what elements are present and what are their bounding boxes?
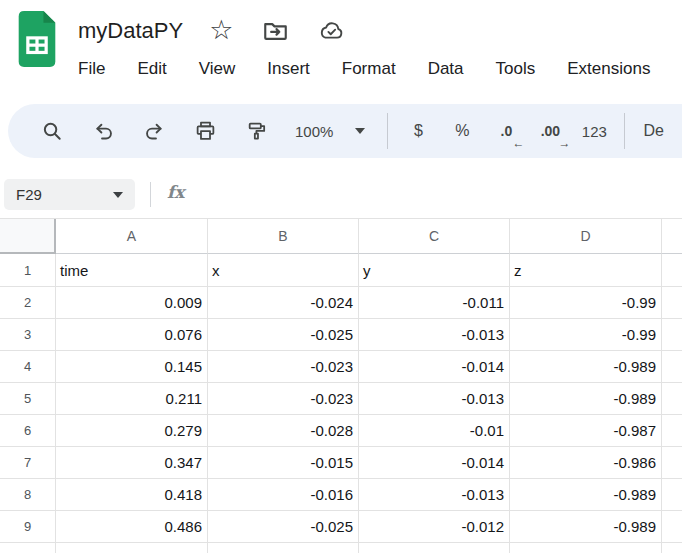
cell-A4[interactable]: 0.145 — [56, 351, 208, 383]
star-icon[interactable]: ☆ — [209, 17, 233, 44]
search-button[interactable] — [32, 111, 72, 151]
menu-tools[interactable]: Tools — [480, 54, 552, 84]
menu-extensions[interactable]: Extensions — [551, 54, 666, 84]
cell-D10[interactable]: -0.99 — [510, 543, 662, 553]
menu-view[interactable]: View — [183, 54, 252, 84]
toolbar: 100% $ % .0 ← .00 → 123 De — [8, 104, 682, 158]
row-header-10[interactable]: 10 — [0, 543, 56, 553]
cell-A5[interactable]: 0.211 — [56, 383, 208, 415]
document-title[interactable]: myDataPY — [78, 18, 183, 44]
row-header-9[interactable]: 9 — [0, 511, 56, 543]
row-header-4[interactable]: 4 — [0, 351, 56, 383]
menu-format[interactable]: Format — [326, 54, 412, 84]
cell-D7[interactable]: -0.986 — [510, 447, 662, 479]
row-header-7[interactable]: 7 — [0, 447, 56, 479]
row-header-3[interactable]: 3 — [0, 319, 56, 351]
cell-C10[interactable]: -0.012 — [359, 543, 510, 553]
cell-A3[interactable]: 0.076 — [56, 319, 208, 351]
name-box[interactable]: F29 — [4, 179, 135, 210]
cell-B8[interactable]: -0.016 — [208, 479, 359, 511]
paint-format-button[interactable] — [236, 111, 276, 151]
cell-D2[interactable]: -0.99 — [510, 287, 662, 319]
cell-C5[interactable]: -0.013 — [359, 383, 510, 415]
sheet-row-10: 100.552-0.02-0.012-0.99 — [0, 543, 682, 553]
cell-B10[interactable]: -0.02 — [208, 543, 359, 553]
cell-B9[interactable]: -0.025 — [208, 511, 359, 543]
row-header-5[interactable]: 5 — [0, 383, 56, 415]
cell-C7[interactable]: -0.014 — [359, 447, 510, 479]
menu-bar: FileEditViewInsertFormatDataToolsExtensi… — [62, 54, 666, 84]
cell-partial-2[interactable] — [662, 287, 682, 319]
cell-partial-1[interactable] — [662, 254, 682, 287]
move-to-folder-icon[interactable] — [263, 21, 288, 41]
cell-D9[interactable]: -0.989 — [510, 511, 662, 543]
row-header-1[interactable]: 1 — [0, 254, 56, 287]
cell-B4[interactable]: -0.023 — [208, 351, 359, 383]
cell-D5[interactable]: -0.989 — [510, 383, 662, 415]
cell-A2[interactable]: 0.009 — [56, 287, 208, 319]
increase-decimal-button[interactable]: .00 → — [528, 111, 572, 151]
menu-edit[interactable]: Edit — [121, 54, 182, 84]
cell-C2[interactable]: -0.011 — [359, 287, 510, 319]
format-percent-button[interactable]: % — [440, 111, 484, 151]
menu-file[interactable]: File — [62, 54, 121, 84]
cell-C1[interactable]: y — [359, 254, 510, 287]
cell-C9[interactable]: -0.012 — [359, 511, 510, 543]
cell-partial-10[interactable] — [662, 543, 682, 553]
cell-B5[interactable]: -0.023 — [208, 383, 359, 415]
menu-data[interactable]: Data — [412, 54, 480, 84]
cell-D6[interactable]: -0.987 — [510, 415, 662, 447]
row-header-8[interactable]: 8 — [0, 479, 56, 511]
document-title-row: myDataPY ☆ — [78, 17, 345, 44]
column-header-A[interactable]: A — [56, 219, 208, 254]
cell-partial-6[interactable] — [662, 415, 682, 447]
row-header-2[interactable]: 2 — [0, 287, 56, 319]
cell-partial-9[interactable] — [662, 511, 682, 543]
cell-A8[interactable]: 0.418 — [56, 479, 208, 511]
cell-A6[interactable]: 0.279 — [56, 415, 208, 447]
cell-C3[interactable]: -0.013 — [359, 319, 510, 351]
cell-A9[interactable]: 0.486 — [56, 511, 208, 543]
cell-B3[interactable]: -0.025 — [208, 319, 359, 351]
cell-B7[interactable]: -0.015 — [208, 447, 359, 479]
cell-D1[interactable]: z — [510, 254, 662, 287]
cell-D3[interactable]: -0.99 — [510, 319, 662, 351]
print-icon — [195, 121, 216, 141]
cloud-saved-icon[interactable] — [318, 21, 345, 41]
cell-C6[interactable]: -0.01 — [359, 415, 510, 447]
print-button[interactable] — [185, 111, 225, 151]
column-header-C[interactable]: C — [359, 219, 510, 254]
column-header-B[interactable]: B — [208, 219, 359, 254]
cell-partial-3[interactable] — [662, 319, 682, 351]
font-dropdown[interactable]: De — [643, 122, 663, 140]
decrease-decimal-button[interactable]: .0 ← — [484, 111, 528, 151]
column-header-partial[interactable] — [662, 219, 682, 254]
undo-button[interactable] — [83, 111, 123, 151]
sheet-row-8: 80.418-0.016-0.013-0.989 — [0, 479, 682, 511]
cell-D4[interactable]: -0.989 — [510, 351, 662, 383]
row-header-6[interactable]: 6 — [0, 415, 56, 447]
redo-button[interactable] — [134, 111, 174, 151]
menu-insert[interactable]: Insert — [251, 54, 326, 84]
cell-B6[interactable]: -0.028 — [208, 415, 359, 447]
more-formats-button[interactable]: 123 — [572, 111, 616, 151]
toolbar-band: 100% $ % .0 ← .00 → 123 De — [0, 104, 682, 172]
cell-A10[interactable]: 0.552 — [56, 543, 208, 553]
cell-partial-5[interactable] — [662, 383, 682, 415]
cell-C8[interactable]: -0.013 — [359, 479, 510, 511]
cell-A1[interactable]: time — [56, 254, 208, 287]
cell-partial-4[interactable] — [662, 351, 682, 383]
cell-B1[interactable]: x — [208, 254, 359, 287]
zoom-dropdown[interactable]: 100% — [295, 123, 365, 140]
google-sheets-logo[interactable] — [14, 11, 60, 67]
cell-partial-7[interactable] — [662, 447, 682, 479]
column-header-D[interactable]: D — [510, 219, 662, 254]
cell-D8[interactable]: -0.989 — [510, 479, 662, 511]
cell-A7[interactable]: 0.347 — [56, 447, 208, 479]
cell-C4[interactable]: -0.014 — [359, 351, 510, 383]
select-all-corner[interactable] — [0, 219, 56, 254]
format-currency-button[interactable]: $ — [396, 111, 440, 151]
cell-B2[interactable]: -0.024 — [208, 287, 359, 319]
cell-partial-8[interactable] — [662, 479, 682, 511]
formula-input[interactable] — [200, 180, 678, 208]
